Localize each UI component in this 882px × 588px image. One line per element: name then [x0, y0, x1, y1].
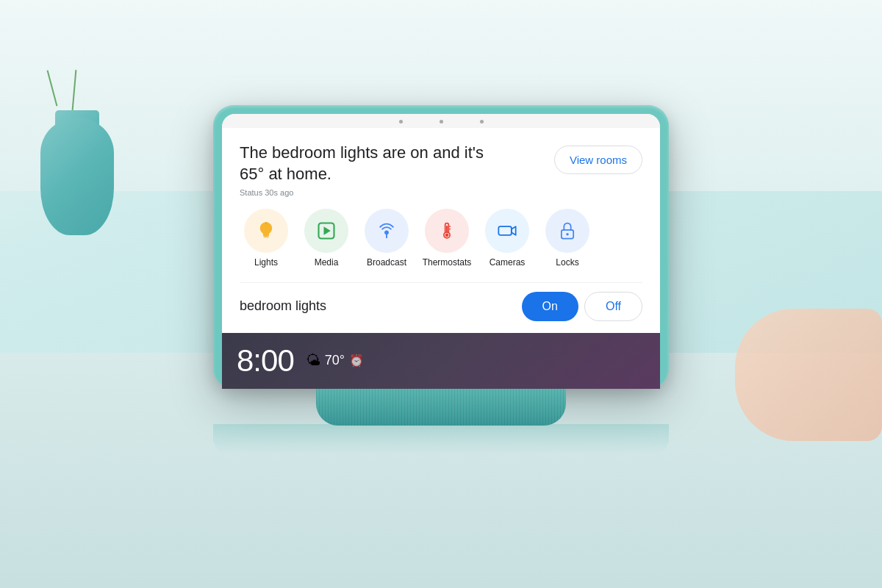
lights-off-button[interactable]: Off: [584, 292, 642, 321]
lights-label: Lights: [254, 257, 278, 268]
speaker-texture: [316, 389, 566, 426]
broadcast-label: Broadcast: [367, 257, 406, 268]
camera-icon: [497, 220, 517, 241]
device-reflection: [213, 424, 669, 453]
vase-plant: [37, 70, 118, 114]
bedroom-lights-label: bedroom lights: [240, 298, 326, 314]
svg-rect-11: [498, 226, 512, 235]
vase-body: [40, 118, 114, 235]
cameras-icon-circle: [485, 209, 529, 253]
play-icon: [316, 220, 337, 241]
action-thermostats[interactable]: Thermostats: [420, 209, 473, 268]
status-message: The bedroom lights are on and it's 65° a…: [240, 143, 504, 184]
action-media[interactable]: Media: [300, 209, 353, 268]
locks-label: Locks: [556, 257, 578, 268]
locks-icon-circle: [545, 209, 589, 253]
action-cameras[interactable]: Cameras: [481, 209, 534, 268]
screen-content: The bedroom lights are on and it's 65° a…: [222, 128, 660, 332]
clock-section: 8:00 🌤 70° ⏰: [222, 333, 660, 389]
lights-icon-circle: [244, 209, 288, 253]
temperature-display: 70°: [325, 353, 345, 368]
action-locks[interactable]: Locks: [541, 209, 594, 268]
device-base: [316, 389, 566, 426]
svg-marker-2: [324, 226, 331, 235]
hand: [735, 309, 882, 441]
action-lights[interactable]: Lights: [240, 209, 293, 268]
broadcast-icon: [376, 220, 397, 241]
view-rooms-button[interactable]: View rooms: [554, 146, 642, 174]
lights-buttons: On Off: [522, 292, 642, 321]
lights-on-button[interactable]: On: [522, 292, 578, 321]
clock-time: 8:00: [237, 343, 294, 379]
media-label: Media: [315, 257, 339, 268]
status-time: Status 30s ago: [240, 188, 642, 197]
alarm-icon: ⏰: [349, 354, 364, 368]
svg-point-8: [445, 233, 449, 237]
action-broadcast[interactable]: Broadcast: [360, 209, 413, 268]
camera-dot-left: [399, 120, 403, 123]
device-screen: The bedroom lights are on and it's 65° a…: [222, 114, 660, 388]
thermostats-icon-circle: [425, 209, 469, 253]
lock-icon: [557, 220, 578, 241]
lightbulb-icon: [256, 220, 276, 241]
cameras-label: Cameras: [490, 257, 526, 268]
actions-grid: Lights Media: [240, 209, 642, 268]
media-icon-circle: [304, 209, 348, 253]
broadcast-icon-circle: [365, 209, 409, 253]
camera-dot-right: [480, 120, 484, 123]
svg-point-14: [566, 233, 569, 236]
lights-control: bedroom lights On Off: [240, 282, 642, 333]
svg-rect-7: [446, 226, 448, 232]
weather-icon: 🌤: [306, 352, 320, 369]
status-section: The bedroom lights are on and it's 65° a…: [240, 143, 642, 184]
decorative-vase: [29, 88, 125, 235]
clock-info: 🌤 70° ⏰: [306, 352, 364, 369]
thermometer-icon: [437, 220, 457, 241]
svg-marker-12: [512, 226, 516, 235]
camera-bar: [222, 114, 660, 128]
thermostats-label: Thermostats: [423, 257, 472, 268]
device-shell: The bedroom lights are on and it's 65° a…: [213, 105, 669, 388]
camera-dot-center: [440, 120, 443, 123]
google-home-hub: The bedroom lights are on and it's 65° a…: [213, 105, 669, 453]
